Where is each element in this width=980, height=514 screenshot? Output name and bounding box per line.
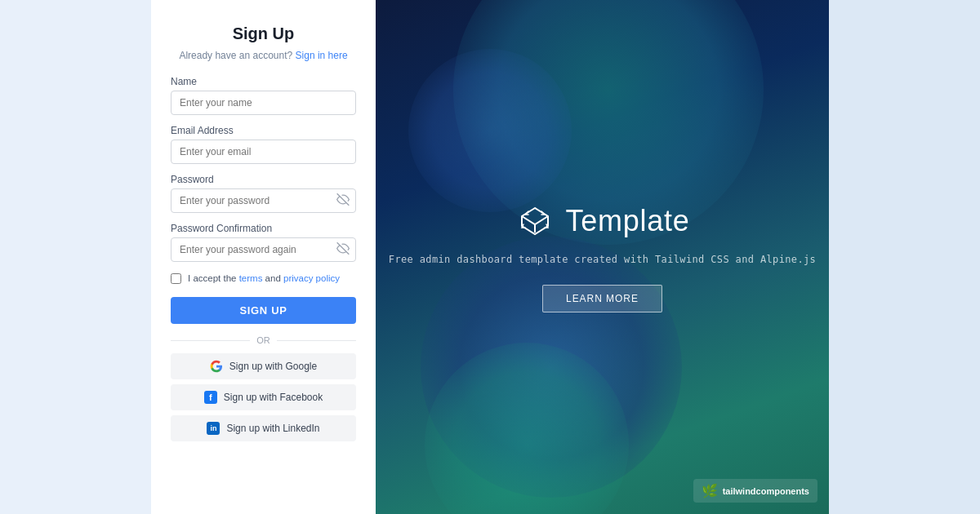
name-label: Name [171,76,356,87]
watermark-bold: components [756,486,809,496]
facebook-signup-button[interactable]: f Sign up with Facebook [171,384,356,410]
terms-text: I accept the terms and privacy policy [188,272,340,286]
password-toggle-icon[interactable] [336,193,350,209]
google-icon [210,360,223,373]
right-sidebar [829,0,980,514]
terms-row: I accept the terms and privacy policy [171,272,356,286]
hero-content: Template Free admin dashboard template c… [389,202,816,312]
or-label: OR [256,335,270,345]
watermark-text: tailwindcomponents [723,486,809,496]
google-signup-button[interactable]: Sign up with Google [171,353,356,379]
form-title: Sign Up [171,24,356,43]
email-label: Email Address [171,125,356,136]
or-line-left [171,340,250,341]
already-label: Already have an account? [179,50,292,61]
password-input[interactable] [171,188,356,213]
watermark-label: tailwind [723,486,756,496]
password-input-wrap [171,188,356,213]
hero-title: Template [566,204,690,238]
confirm-field-group: Password Confirmation [171,223,356,262]
terms-and: and [262,273,283,283]
watermark: 🌿 tailwindcomponents [693,479,817,503]
confirm-label: Password Confirmation [171,223,356,234]
name-field-group: Name [171,76,356,115]
terms-prefix: I accept the [188,273,239,283]
linkedin-icon: in [207,422,220,435]
or-line-right [277,340,356,341]
email-input[interactable] [171,140,356,164]
tailwind-leaf-icon: 🌿 [702,483,718,498]
template-icon [515,202,555,241]
learn-more-button[interactable]: LEARN MORE [542,285,662,312]
already-account-text: Already have an account? Sign in here [171,50,356,61]
hero-logo-row: Template [389,202,816,241]
facebook-icon: f [204,391,217,404]
signup-button[interactable]: SIGN UP [171,297,356,324]
linkedin-signup-button[interactable]: in Sign up with LinkedIn [171,415,356,441]
email-field-group: Email Address [171,125,356,164]
hero-subtitle: Free admin dashboard template created wi… [389,254,816,265]
google-btn-label: Sign up with Google [229,361,317,372]
hero-panel: Template Free admin dashboard template c… [376,0,829,514]
name-input[interactable] [171,91,356,115]
password-label: Password [171,174,356,185]
privacy-link[interactable]: privacy policy [283,273,340,283]
or-divider: OR [171,335,356,345]
terms-checkbox[interactable] [171,273,181,284]
linkedin-btn-label: Sign up with LinkedIn [226,423,319,434]
sign-in-link[interactable]: Sign in here [296,50,348,61]
facebook-btn-label: Sign up with Facebook [224,392,323,403]
confirm-input-wrap [171,237,356,262]
left-sidebar [0,0,151,514]
confirm-toggle-icon[interactable] [336,242,350,258]
form-panel: Sign Up Already have an account? Sign in… [151,0,376,514]
blob-4 [408,49,572,212]
password-field-group: Password [171,174,356,213]
confirm-input[interactable] [171,237,356,262]
terms-link[interactable]: terms [239,273,263,283]
